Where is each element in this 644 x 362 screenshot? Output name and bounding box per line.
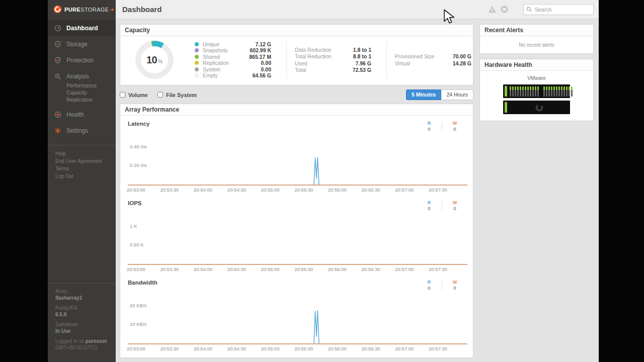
drive-slot <box>532 86 534 97</box>
sidebar-item-label: Storage <box>66 41 88 48</box>
x-axis-label: 20:54:30 <box>227 266 246 272</box>
latency-x-axis: 20:53:0020:53:3020:54:0020:54:3020:55:00… <box>128 187 467 194</box>
stat-row-total-reduction: Total Reduction8.8 to 1 <box>295 53 371 60</box>
stat-value: 72.53 G <box>353 67 371 73</box>
magnifier-icon <box>54 73 61 80</box>
drive-slot <box>546 86 547 97</box>
y-axis-label: 0.20 ms <box>130 162 147 168</box>
legend-name: Shared <box>203 54 249 60</box>
drive-slot <box>571 86 573 97</box>
stat-label: Total <box>295 67 353 73</box>
legend-row-system: System0.00 <box>195 66 271 72</box>
sidebar-item-dashboard[interactable]: Dashboard <box>48 20 116 36</box>
x-axis-label: 20:56:30 <box>362 187 380 193</box>
content: Capacity 10% Unique7.12 GSnapshots602.99… <box>116 19 599 362</box>
range-button-5-minutes[interactable]: 5 Minutes <box>406 89 441 100</box>
divider <box>286 41 287 78</box>
sidebar-subitem-replication[interactable]: Replication <box>66 96 116 103</box>
footer-value: 6.5.0 <box>55 312 112 318</box>
stat-label: Used <box>295 60 355 66</box>
footer-group-array: Arrayflasharray1 <box>55 289 112 301</box>
search-icon <box>526 7 532 12</box>
hardware-health-title: Hardware Health <box>480 59 593 71</box>
sidebar-item-settings[interactable]: Settings <box>48 123 116 139</box>
x-axis-label: 20:53:30 <box>160 187 179 193</box>
stat-row-virtual: Virtual14.28 G <box>395 60 471 67</box>
divider <box>386 41 387 78</box>
x-axis-label: 20:55:30 <box>294 187 313 193</box>
controller-shelf-front <box>503 84 570 98</box>
iops-chart-title: IOPS <box>128 200 141 206</box>
shield-check-icon <box>54 57 61 64</box>
sidebar-link-log-out[interactable]: Log Out <box>48 172 116 180</box>
volume-checkbox-input[interactable] <box>120 92 125 98</box>
sidebar-item-label: Settings <box>66 127 88 134</box>
login-user: pureuser <box>86 338 107 344</box>
stat-label: Total Reduction <box>295 53 353 59</box>
drive-slot <box>535 86 536 97</box>
x-axis-label: 20:54:00 <box>194 266 212 272</box>
close-session-icon[interactable] <box>500 5 509 14</box>
controller-shelf-rear <box>503 101 570 114</box>
drive-slot <box>522 86 524 97</box>
latency-plot-area: 0.40 ms0.20 ms <box>128 134 467 186</box>
iops-plot-area: 1 K0.50 K <box>128 214 467 265</box>
volume-checkbox[interactable]: Volume <box>120 92 148 98</box>
gear-icon <box>54 127 61 134</box>
x-axis-label: 20:55:30 <box>294 346 313 351</box>
capacity-percent: 10% <box>135 41 174 79</box>
sidebar-item-storage[interactable]: Storage <box>48 36 116 52</box>
sidebar-subitem-performance[interactable]: Performance <box>66 82 116 89</box>
drive-slot <box>520 86 521 97</box>
sidebar-subitem-capacity[interactable]: Capacity <box>66 89 116 96</box>
footer-label: Purity//FA <box>55 305 112 312</box>
latency-chart: Latency R0 W0 0.40 ms0.20 ms 20:53:0020:… <box>120 118 473 198</box>
legend-name: Unique <box>203 41 255 47</box>
y-axis-label: 20 KB/s <box>130 303 146 308</box>
alert-warning-icon[interactable] <box>488 5 497 14</box>
legend-row-shared: Shared865.17 M <box>195 54 271 60</box>
footer-label: Array <box>55 289 112 295</box>
sidebar-item-health[interactable]: Health <box>48 107 116 123</box>
array-chassis-graphic[interactable] <box>503 84 570 114</box>
volume-checkbox-label: Volume <box>128 92 148 98</box>
drive-slot <box>515 86 516 97</box>
x-axis-label: 20:54:00 <box>194 346 212 351</box>
login-info: Logged in as pureuser GMT+00:00 (UTC) <box>55 338 112 351</box>
footer-label: SafeMode <box>55 322 112 328</box>
recent-alerts-panel: Recent Alerts No recent alerts <box>479 24 594 54</box>
legend-row-empty: Empty64.56 G <box>195 72 271 78</box>
status-led-bar <box>505 86 507 97</box>
stat-value: 8.8 to 1 <box>353 53 371 59</box>
sidebar-item-protection[interactable]: Protection <box>48 52 116 68</box>
drive-slot <box>543 86 545 97</box>
stat-value: 70.00 G <box>453 53 471 59</box>
legend-swatch <box>195 61 199 65</box>
file-system-checkbox-input[interactable] <box>157 92 163 98</box>
health-icon <box>54 111 61 118</box>
sidebar-divider <box>48 145 116 145</box>
sidebar-link-end-user-agreement[interactable]: End User Agreement <box>48 157 116 165</box>
search-input[interactable] <box>534 6 591 13</box>
x-axis-label: 20:54:30 <box>227 187 246 193</box>
file-system-checkbox-label: File System <box>166 92 197 98</box>
hardware-host-label: VMware <box>480 75 593 81</box>
drive-slot <box>537 86 539 97</box>
drive-slot <box>558 86 560 97</box>
x-axis-label: 20:56:00 <box>328 346 347 351</box>
search-box[interactable] <box>523 4 594 15</box>
y-axis-label: 10 KB/s <box>130 321 146 327</box>
logo: PURESTORAGE ◀ <box>48 0 116 19</box>
sidebar-link-terms[interactable]: Terms <box>48 165 116 172</box>
stat-row-provisioned-size: Provisioned Size70.00 G <box>395 53 471 60</box>
array-performance-title: Array Performance <box>120 104 473 116</box>
sidebar-collapse-icon[interactable]: ◀ <box>111 8 113 12</box>
sidebar-nav: DashboardStorageProtectionAnalysisPerfor… <box>48 20 116 139</box>
range-button-24-hours[interactable]: 24 Hours <box>441 89 473 100</box>
file-system-checkbox[interactable]: File System <box>157 92 197 98</box>
capacity-panel-title: Capacity <box>120 25 473 36</box>
sidebar-item-label: Dashboard <box>66 25 98 32</box>
footer-group-purity-fa: Purity//FA6.5.0 <box>55 305 112 318</box>
sidebar-link-help[interactable]: Help <box>48 150 116 157</box>
capacity-legend: Unique7.12 GSnapshots602.99 KShared865.1… <box>195 41 271 78</box>
